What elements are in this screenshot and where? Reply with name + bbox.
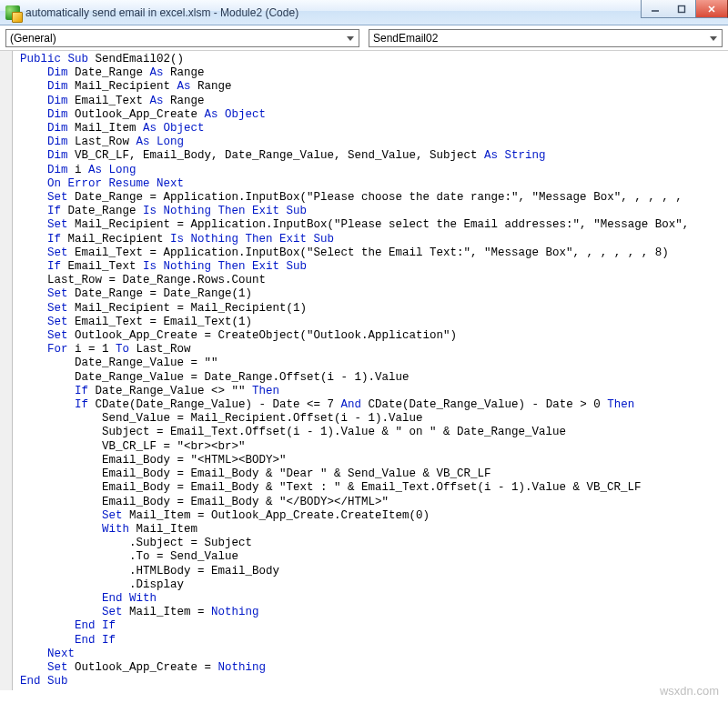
procedure-dropdown-value: SendEmail02 <box>373 32 438 45</box>
dropdown-bar: (General) SendEmail02 <box>0 25 728 51</box>
object-dropdown[interactable]: (General) <box>5 29 359 47</box>
margin-indicator-bar[interactable] <box>0 51 13 690</box>
window-controls <box>641 0 728 18</box>
svg-rect-1 <box>679 5 685 12</box>
vba-icon <box>5 5 20 20</box>
title-bar[interactable]: automatically send email in excel.xlsm -… <box>0 0 728 25</box>
minimize-button[interactable] <box>641 0 668 18</box>
procedure-dropdown[interactable]: SendEmail02 <box>369 29 723 47</box>
object-dropdown-value: (General) <box>10 32 56 45</box>
close-button[interactable] <box>695 0 728 18</box>
maximize-button[interactable] <box>668 0 695 18</box>
watermark: wsxdn.com <box>660 684 719 698</box>
code-area: Public Sub SendEmail02() Dim Date_Range … <box>0 51 728 690</box>
code-editor[interactable]: Public Sub SendEmail02() Dim Date_Range … <box>13 51 689 690</box>
window-title: automatically send email in excel.xlsm -… <box>25 6 298 19</box>
